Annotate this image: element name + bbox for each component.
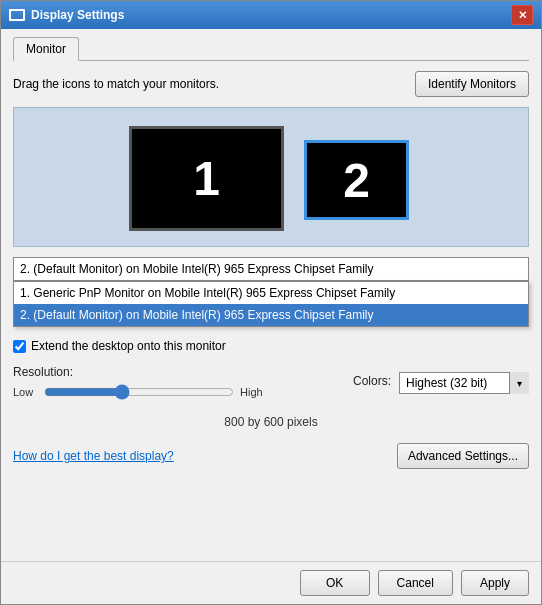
slider-container: Low High <box>13 383 353 401</box>
monitor-select-container: 1. Generic PnP Monitor on Mobile Intel(R… <box>13 257 529 281</box>
settings-row: Resolution: Low High Colors: Highest (32… <box>13 365 529 401</box>
colors-dropdown[interactable]: Highest (32 bit) True Color (24 bit) Hig… <box>399 372 529 394</box>
monitor-1-label: 1 <box>193 151 220 206</box>
tab-bar: Monitor <box>13 37 529 61</box>
display-settings-window: Display Settings ✕ Monitor Drag the icon… <box>0 0 542 605</box>
monitor-preview-area: 1 2 <box>13 107 529 247</box>
monitor-2-label: 2 <box>343 153 370 208</box>
instruction-row: Drag the icons to match your monitors. I… <box>13 71 529 97</box>
monitor-2-box[interactable]: 2 <box>304 140 409 220</box>
monitor-1-box[interactable]: 1 <box>129 126 284 231</box>
monitor-dropdown-list: 1. Generic PnP Monitor on Mobile Intel(R… <box>13 281 529 327</box>
link-row: How do I get the best display? Advanced … <box>13 443 529 469</box>
title-bar: Display Settings ✕ <box>1 1 541 29</box>
extend-desktop-label: Extend the desktop onto this monitor <box>31 339 226 353</box>
resolution-slider[interactable] <box>44 383 234 401</box>
main-content: Monitor Drag the icons to match your mon… <box>1 29 541 561</box>
window-icon <box>9 9 25 21</box>
extend-desktop-checkbox[interactable] <box>13 340 26 353</box>
instruction-text: Drag the icons to match your monitors. <box>13 77 219 91</box>
apply-button[interactable]: Apply <box>461 570 529 596</box>
ok-button[interactable]: OK <box>300 570 370 596</box>
colors-dropdown-container: Highest (32 bit) True Color (24 bit) Hig… <box>399 372 529 394</box>
monitor-dropdown[interactable]: 1. Generic PnP Monitor on Mobile Intel(R… <box>13 257 529 281</box>
colors-section: Colors: Highest (32 bit) True Color (24 … <box>353 372 529 394</box>
dropdown-option-1[interactable]: 1. Generic PnP Monitor on Mobile Intel(R… <box>14 282 528 304</box>
help-link[interactable]: How do I get the best display? <box>13 449 174 463</box>
colors-label: Colors: <box>353 374 391 388</box>
resolution-section: Resolution: Low High <box>13 365 353 401</box>
extend-checkbox-row: Extend the desktop onto this monitor <box>13 339 529 353</box>
resolution-label: Resolution: <box>13 365 353 379</box>
window-title: Display Settings <box>31 8 511 22</box>
tab-monitor[interactable]: Monitor <box>13 37 79 61</box>
cancel-button[interactable]: Cancel <box>378 570 453 596</box>
high-label: High <box>240 386 265 398</box>
resolution-display-text: 800 by 600 pixels <box>13 415 529 429</box>
dropdown-option-2[interactable]: 2. (Default Monitor) on Mobile Intel(R) … <box>14 304 528 326</box>
advanced-settings-button[interactable]: Advanced Settings... <box>397 443 529 469</box>
identify-monitors-button[interactable]: Identify Monitors <box>415 71 529 97</box>
low-label: Low <box>13 386 38 398</box>
button-row: OK Cancel Apply <box>1 561 541 604</box>
close-button[interactable]: ✕ <box>511 5 533 25</box>
